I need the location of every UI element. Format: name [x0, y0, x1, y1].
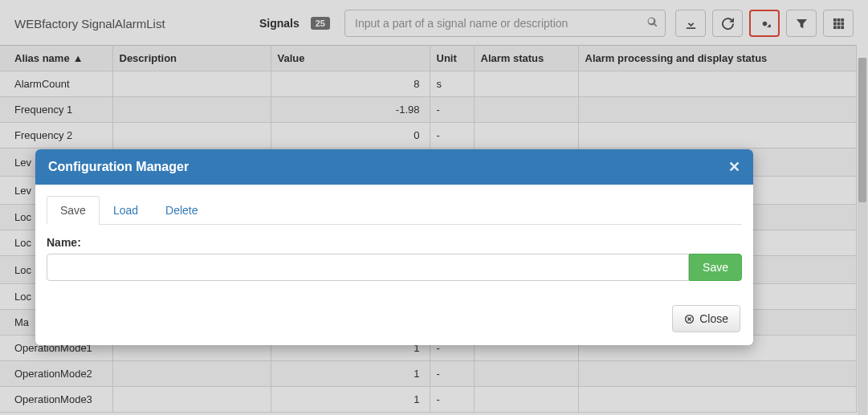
save-button[interactable]: Save	[689, 254, 742, 281]
close-circle-icon	[684, 314, 695, 324]
tab-save[interactable]: Save	[47, 196, 100, 225]
close-icon[interactable]: ✕	[728, 158, 740, 176]
configuration-manager-modal: Configuration Manager ✕ Save Load Delete…	[35, 149, 753, 345]
tab-delete[interactable]: Delete	[152, 196, 211, 225]
close-button[interactable]: Close	[672, 305, 740, 332]
modal-body: Save Load Delete Name: Save	[35, 185, 753, 295]
modal-header: Configuration Manager ✕	[35, 149, 753, 185]
tab-load[interactable]: Load	[100, 196, 152, 225]
name-input[interactable]	[47, 254, 689, 281]
modal-footer: Close	[35, 295, 753, 345]
modal-title: Configuration Manager	[48, 160, 189, 174]
name-label: Name:	[47, 236, 742, 249]
name-input-row: Save	[47, 254, 742, 281]
modal-tabs: Save Load Delete	[47, 196, 742, 225]
close-button-label: Close	[699, 312, 728, 325]
